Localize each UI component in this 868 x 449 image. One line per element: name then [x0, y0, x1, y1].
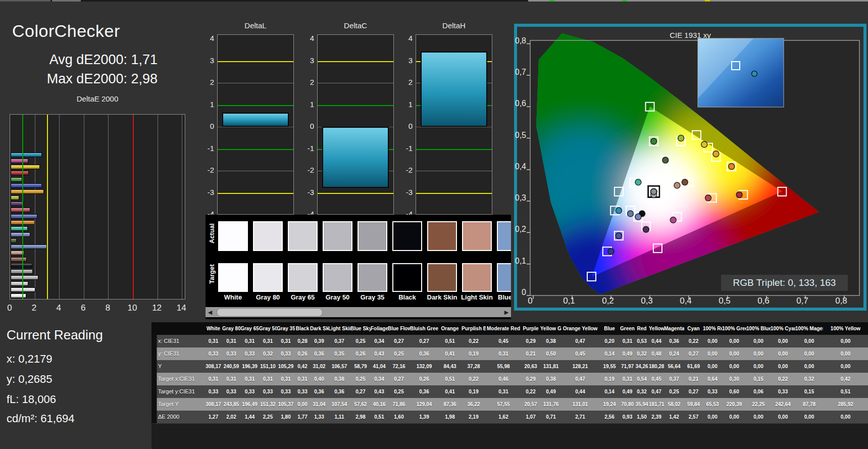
table-cell: 87,36	[438, 398, 462, 411]
delta-y-tick: -2	[297, 166, 314, 174]
cie-measured-dot-purple	[643, 226, 649, 232]
table-column-header: 100% Magenta	[795, 322, 823, 335]
table-cell: 0,00	[746, 411, 771, 423]
table-column-header: Yellow Green	[540, 322, 561, 335]
inset-measured-dot	[752, 71, 757, 77]
table-cell: 0,34	[371, 373, 388, 385]
table-cell: 0,54	[635, 373, 649, 385]
table-cell: 0,32	[635, 385, 649, 398]
swatch-label: Light Skin	[459, 293, 494, 301]
table-cell: 0,93	[620, 411, 635, 423]
table-row-label: Target y:CIE31	[151, 385, 205, 398]
table-cell: 0,26	[295, 347, 310, 360]
swatch-actual-white	[218, 221, 248, 251]
scroll-left-arrow-icon[interactable]: ◀	[206, 307, 215, 317]
cie-measured-dot-green	[651, 138, 657, 144]
table-cell: 0,31	[240, 373, 259, 385]
measurement-table[interactable]: WhiteGray 80Gray 65Gray 50Gray 35BlackDa…	[151, 322, 868, 423]
table-cell: 0,31	[486, 347, 521, 360]
swatch-label: Gray 65	[285, 293, 320, 301]
table-column-header: Gray 35	[277, 322, 295, 335]
delta-chart-deltah[interactable]	[416, 34, 492, 215]
table-cell: 0,36	[664, 335, 684, 347]
table-cell: 0,31	[205, 373, 222, 385]
table-cell: 0,00	[703, 411, 722, 423]
table-cell: 0,31	[222, 335, 240, 347]
table-cell: 41,04	[371, 360, 388, 373]
table-cell: 0,27	[684, 385, 703, 398]
table-row-label: Target x:CIE31	[151, 373, 205, 385]
table-row: Target x:CIE310,310,310,310,310,310,310,…	[151, 373, 868, 385]
table-cell: 308,17	[205, 360, 222, 373]
swatch-comparison-panel[interactable]: ActualTargetWhiteGray 80Gray 65Gray 50Gr…	[206, 215, 511, 319]
table-cell: 0,06	[746, 385, 771, 398]
table-column-header: Yellow	[649, 322, 664, 335]
delta-chart-deltal[interactable]	[217, 34, 294, 215]
table-cell: 0,00	[771, 411, 795, 423]
table-cell: 0,31	[222, 373, 240, 385]
scrollbar-thumb[interactable]	[217, 308, 323, 317]
current-reading-x: x: 0,2179	[7, 353, 53, 366]
table-cell: 59,84	[684, 398, 703, 411]
table-cell: 1,27	[205, 411, 222, 423]
swatch-target-white	[218, 263, 248, 292]
table-cell: 0,00	[295, 398, 310, 411]
delta-chart-title-deltac: DeltaC	[317, 21, 394, 30]
table-cell: 1,80	[277, 411, 295, 423]
deltae-gridline	[35, 115, 35, 299]
table-cell: 0,27	[350, 385, 371, 398]
table-cell: 0,31	[277, 335, 295, 347]
current-reading-cdm2: cd/m²: 61,694	[7, 412, 75, 425]
page-title: ColorChecker	[12, 21, 120, 41]
table-cell: 0,29	[521, 335, 540, 347]
table-cell: 1,44	[240, 411, 259, 423]
table-cell: 0,00	[795, 347, 823, 360]
deltae-bar-orange-yellow	[11, 189, 44, 194]
cie-y-tick: 0,6	[509, 99, 526, 108]
table-cell: 0,25	[350, 373, 371, 385]
table-cell: 0,50	[540, 347, 561, 360]
delta-chart-deltac[interactable]	[317, 34, 394, 215]
table-cell: 0,53	[635, 335, 649, 347]
deltae-x-tick: 12	[149, 303, 165, 313]
deltae-x-tick: 8	[100, 303, 115, 313]
max-de2000-readout: Max dE2000: 2,98	[0, 71, 158, 87]
table-cell: 58,02	[664, 398, 684, 411]
delta-y-tick: -1	[395, 144, 413, 153]
table-cell: 57,55	[486, 398, 521, 411]
table-cell: 56,64	[664, 360, 684, 373]
deltae2000-chart[interactable]	[10, 114, 185, 300]
table-column-header: White	[205, 322, 222, 335]
cie-y-tick: 0,8	[509, 36, 526, 45]
table-cell: 0,71	[540, 411, 561, 423]
table-cell: 0,25	[388, 385, 410, 398]
table-column-header: Bluish Green	[410, 322, 438, 335]
table-cell: 0,60	[722, 385, 746, 398]
swatch-scrollbar[interactable]: ◀▶	[206, 307, 511, 317]
table-cell: 0,00	[703, 360, 722, 373]
table-cell: 0,43	[371, 347, 388, 360]
table-cell: 0,32	[795, 373, 823, 385]
table-cell: 0,33	[205, 385, 222, 398]
delta-y-tick: 2	[395, 78, 413, 86]
cie-1931-panel[interactable]: CIE 1931 xy	[514, 24, 866, 311]
table-cell: 0,00	[823, 335, 868, 347]
delta-y-tick: 0	[297, 122, 314, 130]
delta-y-tick: -1	[197, 144, 214, 153]
table-cell: 0,36	[410, 385, 438, 398]
table-cell: 0,19	[462, 347, 486, 360]
delta-ref-line	[218, 83, 293, 83]
table-cell: 0,00	[823, 347, 868, 360]
scroll-right-arrow-icon[interactable]: ▶	[502, 307, 511, 317]
cie-measured-dot-blue-flower	[635, 214, 641, 220]
swatch-row-label-actual: Actual	[208, 231, 215, 243]
table-row-label: Target Y	[151, 398, 205, 411]
table-cell: 0,31	[620, 373, 635, 385]
swatch-actual-gray-65	[288, 221, 318, 251]
bottom-strip	[151, 424, 868, 449]
table-cell: 0,33	[277, 385, 295, 398]
table-cell: 31,02	[310, 360, 328, 373]
cie-zoom-inset	[698, 38, 784, 107]
table-row-label: Y	[151, 360, 205, 373]
deltae-bar-purplish-blue	[11, 214, 37, 219]
